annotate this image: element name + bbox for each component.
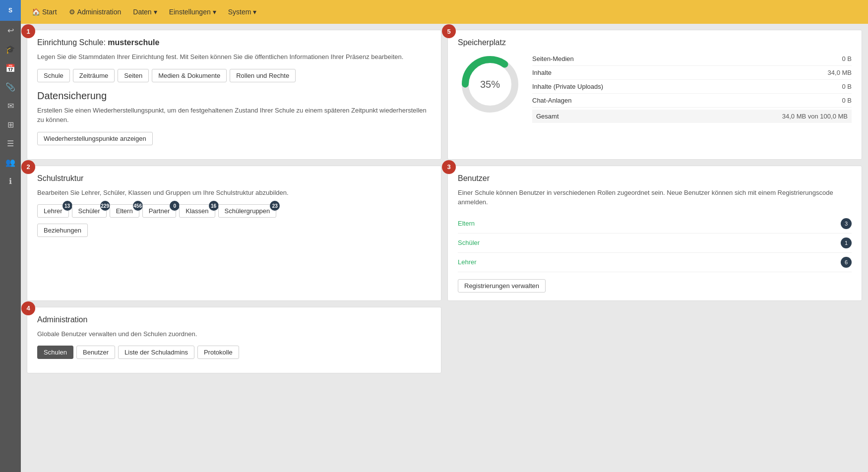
svg-text:S: S — [8, 7, 12, 14]
school-name: musterschule — [108, 38, 159, 47]
storage-item-total: Gesamt 34,0 MB von 100,0 MB — [532, 110, 852, 123]
beziehungen-row: Beziehungen — [37, 224, 431, 237]
btn-registrierungen[interactable]: Registrierungen verwalten — [458, 279, 546, 293]
benutzer-card: 3 Benutzer Einer Schule können Benutzer … — [447, 166, 862, 301]
gear-icon: ⚙ — [69, 8, 75, 16]
chevron-down-icon: ▾ — [253, 8, 256, 16]
nav-administration[interactable]: ⚙ Administration — [64, 5, 126, 19]
btn-eltern[interactable]: Eltern 456 — [110, 204, 139, 218]
btn-schuelergruppen[interactable]: Schülergruppen 23 — [218, 204, 277, 218]
einrichtung-card: 1 Einrichtung Schule: musterschule Legen… — [27, 30, 441, 160]
nav-start[interactable]: 🏠 Start — [27, 5, 62, 19]
btn-seiten[interactable]: Seiten — [118, 69, 149, 82]
nav-system-label: System — [228, 8, 251, 16]
graduation-cap-icon[interactable]: 🎓 — [0, 40, 21, 59]
einrichtung-title: Einrichtung Schule: musterschule — [37, 38, 431, 47]
logout-icon[interactable]: ↩ — [0, 21, 21, 40]
nav-start-label: Start — [42, 8, 57, 16]
storage-row: 35% Seiten-Medien 0 B Inhalte 34,0 MB In… — [458, 52, 852, 123]
nav-admin-label: Administration — [77, 8, 122, 16]
storage-item-seiten: Seiten-Medien 0 B — [532, 52, 852, 66]
calendar-icon[interactable]: 📅 — [0, 59, 21, 77]
users-icon[interactable]: 👥 — [0, 153, 21, 172]
step-badge-5: 5 — [442, 24, 456, 38]
mail-icon[interactable]: ✉ — [0, 96, 21, 115]
datensicherung-title: Datensicherung — [37, 90, 431, 102]
badge-lehrer: 13 — [62, 201, 72, 211]
step-badge-4: 4 — [21, 301, 35, 315]
schulstruktur-title: Schulstruktur — [37, 174, 431, 183]
administration-desc: Globale Benutzer verwalten und den Schul… — [37, 329, 431, 339]
nav-daten-label: Daten — [133, 8, 151, 16]
link-eltern[interactable]: Eltern — [458, 220, 475, 227]
benutzer-title: Benutzer — [458, 174, 852, 183]
administration-buttons: Schulen Benutzer Liste der Schuladmins P… — [37, 346, 431, 359]
datensicherung-desc: Erstellen Sie einen Wiederherstellungspu… — [37, 106, 431, 125]
donut-percent-label: 35% — [480, 79, 500, 90]
paperclip-icon[interactable]: 📎 — [0, 77, 21, 96]
benutzer-link-eltern: Eltern 3 — [458, 214, 852, 234]
storage-item-private: Inhalte (Private Uploads) 0 B — [532, 80, 852, 94]
btn-protokolle[interactable]: Protokolle — [197, 346, 239, 359]
navbar: 🏠 Start ⚙ Administration Daten ▾ Einstel… — [21, 0, 868, 24]
main-area: 🏠 Start ⚙ Administration Daten ▾ Einstel… — [21, 0, 868, 472]
benutzer-link-lehrer: Lehrer 6 — [458, 253, 852, 272]
btn-rollen[interactable]: Rollen und Rechte — [230, 69, 296, 82]
schulstruktur-buttons: Lehrer 13 Schüler 229 Eltern 456 Partner… — [37, 204, 431, 218]
btn-schuladmins[interactable]: Liste der Schuladmins — [118, 346, 194, 359]
list-icon[interactable]: ☰ — [0, 134, 21, 153]
btn-zeitraeume[interactable]: Zeiträume — [73, 69, 115, 82]
donut-chart: 35% — [458, 52, 522, 117]
schulstruktur-desc: Bearbeiten Sie Lehrer, Schüler, Klassen … — [37, 188, 431, 198]
btn-schule[interactable]: Schule — [37, 69, 70, 82]
btn-klassen[interactable]: Klassen 16 — [179, 204, 215, 218]
badge-schuelergruppen: 23 — [270, 201, 280, 211]
chevron-down-icon: ▾ — [213, 8, 216, 16]
chevron-down-icon: ▾ — [154, 8, 157, 16]
nav-daten[interactable]: Daten ▾ — [128, 5, 162, 19]
home-icon: 🏠 — [32, 8, 40, 16]
btn-wiederherstellung[interactable]: Wiederherstellungspunkte anzeigen — [37, 132, 153, 145]
grid-icon[interactable]: ⊞ — [0, 115, 21, 134]
btn-beziehungen[interactable]: Beziehungen — [37, 224, 88, 237]
administration-card: 4 Administration Globale Benutzer verwal… — [27, 307, 441, 374]
btn-schulen[interactable]: Schulen — [37, 346, 73, 359]
step-badge-3: 3 — [442, 160, 456, 174]
btn-schueler[interactable]: Schüler 229 — [72, 204, 107, 218]
count-schueler: 1 — [841, 237, 852, 248]
count-lehrer: 6 — [841, 257, 852, 268]
benutzer-link-schueler: Schüler 1 — [458, 234, 852, 253]
badge-klassen: 16 — [209, 201, 219, 211]
badge-partner: 0 — [170, 201, 180, 211]
btn-partner[interactable]: Partner 0 — [142, 204, 177, 218]
btn-lehrer[interactable]: Lehrer 13 — [37, 204, 69, 218]
storage-item-inhalte: Inhalte 34,0 MB — [532, 66, 852, 80]
storage-item-chat: Chat-Anlagen 0 B — [532, 94, 852, 108]
einrichtung-desc: Legen Sie die Stammdaten Ihrer Einrichtu… — [37, 52, 431, 62]
nav-system[interactable]: System ▾ — [223, 5, 262, 19]
nav-einstellungen[interactable]: Einstellungen ▾ — [164, 5, 221, 19]
schulstruktur-card: 2 Schulstruktur Bearbeiten Sie Lehrer, S… — [27, 166, 441, 301]
einrichtung-buttons: Schule Zeiträume Seiten Medien & Dokumen… — [37, 69, 431, 82]
administration-title: Administration — [37, 315, 431, 324]
content-grid: 1 Einrichtung Schule: musterschule Legen… — [21, 24, 868, 472]
link-schueler[interactable]: Schüler — [458, 239, 480, 246]
restore-btn-row: Wiederherstellungspunkte anzeigen — [37, 132, 431, 145]
step-badge-1: 1 — [21, 24, 35, 38]
count-eltern: 3 — [841, 218, 852, 229]
storage-details: Seiten-Medien 0 B Inhalte 34,0 MB Inhalt… — [532, 52, 852, 123]
step-badge-2: 2 — [21, 160, 35, 174]
speicherplatz-title: Speicherplatz — [458, 38, 852, 47]
badge-eltern: 456 — [133, 201, 143, 211]
nav-einstellungen-label: Einstellungen — [169, 8, 211, 16]
badge-schueler: 229 — [100, 201, 110, 211]
speicherplatz-card: 5 Speicherplatz 35% Seiten-Medien 0 B — [447, 30, 862, 160]
sidebar-logo[interactable]: S — [0, 0, 21, 21]
btn-medien[interactable]: Medien & Dokumente — [152, 69, 227, 82]
link-lehrer[interactable]: Lehrer — [458, 258, 477, 266]
btn-benutzer-admin[interactable]: Benutzer — [76, 346, 115, 359]
info-icon[interactable]: ℹ — [0, 172, 21, 190]
sidebar: S ↩ 🎓 📅 📎 ✉ ⊞ ☰ 👥 ℹ — [0, 0, 21, 472]
benutzer-desc: Einer Schule können Benutzer in verschie… — [458, 188, 852, 207]
registrierungen-row: Registrierungen verwalten — [458, 279, 852, 293]
